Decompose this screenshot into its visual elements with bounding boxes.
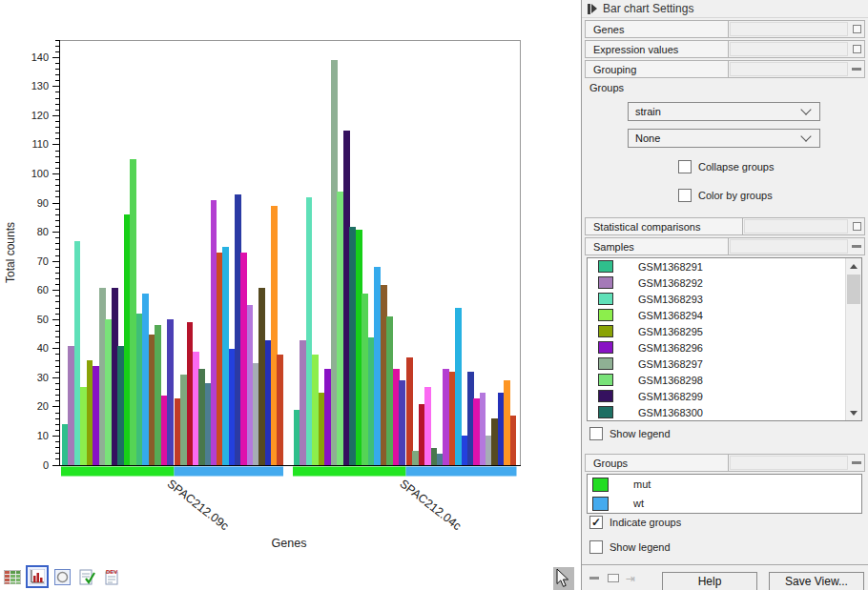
clock-view-icon xyxy=(54,569,71,585)
sample-list-item[interactable]: GSM1368292 xyxy=(588,275,861,291)
panel-title: Bar chart Settings xyxy=(603,2,693,15)
bar xyxy=(368,337,375,465)
dev-document-view-icon: DEV xyxy=(104,569,120,585)
sample-list-item[interactable]: GSM1368291 xyxy=(588,258,861,275)
primary-group-dropdown[interactable]: strain xyxy=(628,102,820,121)
dev-document-view-button[interactable]: DEV xyxy=(101,566,122,587)
view-switcher-toolbar: DEV xyxy=(2,564,122,589)
bar xyxy=(412,451,419,465)
group-strip-mut xyxy=(61,467,175,477)
bar xyxy=(142,294,149,465)
group-name-label: mut xyxy=(633,478,651,490)
collapse-section-icon[interactable] xyxy=(849,61,864,77)
section-header-expression-values[interactable]: Expression values xyxy=(585,40,865,58)
bar xyxy=(486,436,492,465)
section-header-genes[interactable]: Genes xyxy=(585,20,865,38)
section-header-statistical-comparisons[interactable]: Statistical comparisons xyxy=(585,217,865,235)
sample-list-item[interactable]: GSM1368299 xyxy=(588,388,861,404)
color-by-groups-label: Color by groups xyxy=(698,190,773,201)
save-view-button[interactable]: Save View... xyxy=(769,572,864,590)
collapse-groups-label: Collapse groups xyxy=(698,161,775,173)
sample-list-item[interactable]: GSM1368295 xyxy=(588,323,861,339)
x-category-label: SPAC212.09c xyxy=(165,477,232,533)
new-view-icon[interactable] xyxy=(608,565,619,590)
sample-id-label: GSM1368292 xyxy=(638,277,703,289)
bar xyxy=(68,346,74,465)
bar xyxy=(222,247,229,465)
section-header-groups[interactable]: Groups xyxy=(585,454,865,472)
bar xyxy=(343,131,350,465)
float-section-icon[interactable] xyxy=(849,21,864,37)
secondary-group-dropdown[interactable]: None xyxy=(628,129,820,148)
samples-show-legend-checkbox[interactable] xyxy=(589,427,603,440)
collapse-groups-row: Collapse groups xyxy=(678,159,775,174)
bar xyxy=(105,319,112,465)
bar xyxy=(337,192,343,465)
bar xyxy=(424,387,431,465)
collapse-section-icon[interactable] xyxy=(849,455,864,471)
float-section-icon[interactable] xyxy=(849,41,864,57)
sample-list-item[interactable]: GSM1368296 xyxy=(588,339,861,356)
collapse-all-icon[interactable] xyxy=(589,565,599,590)
clock-view-button[interactable] xyxy=(52,566,72,587)
y-tick-label: 10 xyxy=(37,430,49,441)
bar xyxy=(136,314,143,465)
sample-color-swatch xyxy=(598,406,613,418)
bar xyxy=(167,319,174,465)
sample-list-item[interactable]: GSM1368293 xyxy=(588,291,861,307)
color-by-groups-checkbox[interactable] xyxy=(678,189,692,202)
collapse-section-icon[interactable] xyxy=(849,238,864,254)
sample-list-item[interactable]: GSM1368298 xyxy=(588,372,861,388)
group-list-item[interactable]: wt xyxy=(588,494,861,513)
samples-scrollbar[interactable] xyxy=(845,258,861,420)
section-header-samples[interactable]: Samples xyxy=(585,237,865,255)
y-tick-label: 80 xyxy=(37,226,49,237)
bar xyxy=(211,200,217,465)
group-list-item[interactable]: mut xyxy=(588,475,861,494)
scroll-up-icon[interactable] xyxy=(846,258,861,274)
float-section-icon[interactable] xyxy=(849,218,864,234)
section-label-expression-values: Expression values xyxy=(586,41,729,57)
bar xyxy=(253,363,259,465)
table-view-button[interactable] xyxy=(2,566,23,587)
sample-color-swatch xyxy=(598,325,613,337)
y-tick-label: 30 xyxy=(37,372,49,383)
collapse-groups-checkbox[interactable] xyxy=(678,160,692,173)
y-tick-label: 20 xyxy=(37,400,49,412)
bar xyxy=(431,448,438,465)
x-axis-title: Genes xyxy=(272,537,307,550)
bar-chart-view-button[interactable] xyxy=(27,566,48,587)
y-tick-label: 70 xyxy=(37,255,49,267)
bar xyxy=(205,383,212,465)
bar xyxy=(198,369,205,465)
bar xyxy=(74,241,81,465)
section-header-grouping[interactable]: Grouping xyxy=(585,60,865,78)
sample-list-item[interactable]: GSM1368294 xyxy=(588,307,861,323)
y-tick-label: 40 xyxy=(37,342,49,354)
bar xyxy=(449,372,456,465)
indicate-groups-checkbox[interactable] xyxy=(589,516,603,529)
bar xyxy=(331,60,338,465)
collapse-panel-icon[interactable] xyxy=(588,4,597,14)
bar xyxy=(155,325,161,465)
sample-color-swatch xyxy=(598,260,613,273)
sample-list-item[interactable]: GSM1368297 xyxy=(588,356,861,372)
bar xyxy=(187,322,194,465)
primary-group-value: strain xyxy=(629,106,802,117)
groups-label: Groups xyxy=(589,82,624,93)
scroll-down-icon[interactable] xyxy=(846,405,861,420)
sample-id-label: GSM1368295 xyxy=(638,326,703,337)
bar xyxy=(356,230,362,465)
sample-list-item[interactable]: GSM1368300 xyxy=(588,404,861,420)
bar xyxy=(99,288,106,465)
check-document-view-button[interactable] xyxy=(76,566,97,587)
bar xyxy=(306,197,313,465)
section-label-grouping: Grouping xyxy=(586,61,729,77)
help-button[interactable]: Help xyxy=(662,572,757,590)
sample-id-label: GSM1368300 xyxy=(638,407,703,418)
panel-title-bar[interactable]: Bar chart Settings xyxy=(582,0,868,18)
scrollbar-thumb[interactable] xyxy=(847,275,860,304)
groups-show-legend-checkbox[interactable] xyxy=(589,540,603,554)
bar xyxy=(443,369,449,465)
dock-view-icon[interactable]: ⇥ xyxy=(626,565,635,590)
